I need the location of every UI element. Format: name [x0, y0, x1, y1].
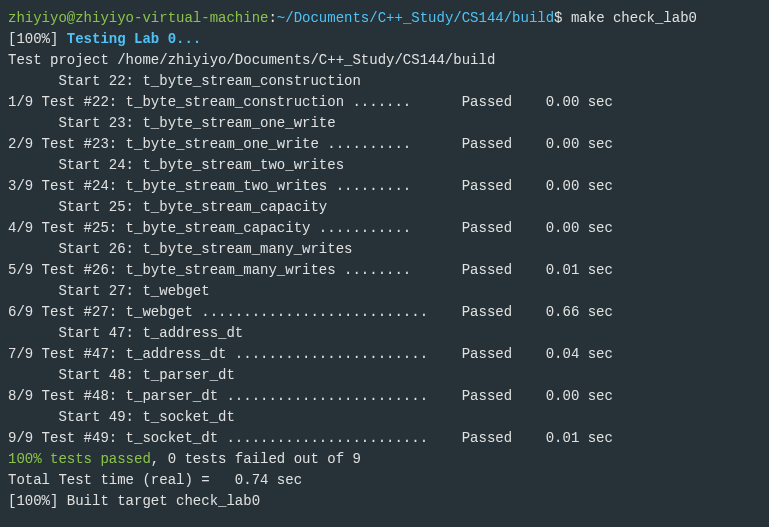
test-result-row-6: 7/9 Test #47: t_address_dt .............… — [8, 344, 761, 365]
built-target: Built target check_lab0 — [67, 493, 260, 509]
test-start-row-4: Start 26: t_byte_stream_many_writes — [8, 239, 761, 260]
test-start-7: Start 48: t_parser_dt — [8, 367, 235, 383]
test-result-row-0: 1/9 Test #22: t_byte_stream_construction… — [8, 92, 761, 113]
test-result-row-2: 3/9 Test #24: t_byte_stream_two_writes .… — [8, 176, 761, 197]
test-start-8: Start 49: t_socket_dt — [8, 409, 235, 425]
test-start-5: Start 27: t_webget — [8, 283, 210, 299]
test-result-6: 7/9 Test #47: t_address_dt .............… — [8, 346, 613, 362]
test-start-6: Start 47: t_address_dt — [8, 325, 243, 341]
project-line: Test project /home/zhiyiyo/Documents/C++… — [8, 52, 495, 68]
test-start-row-5: Start 27: t_webget — [8, 281, 761, 302]
command-input[interactable]: make check_lab0 — [571, 10, 697, 26]
prompt-path: ~/Documents/C++_Study/CS144/build — [277, 10, 554, 26]
test-result-1: 2/9 Test #23: t_byte_stream_one_write ..… — [8, 136, 613, 152]
test-start-row-0: Start 22: t_byte_stream_construction — [8, 71, 761, 92]
test-start-4: Start 26: t_byte_stream_many_writes — [8, 241, 352, 257]
test-result-row-3: 4/9 Test #25: t_byte_stream_capacity ...… — [8, 218, 761, 239]
test-start-2: Start 24: t_byte_stream_two_writes — [8, 157, 344, 173]
prompt-sep: : — [268, 10, 276, 26]
test-start-row-6: Start 47: t_address_dt — [8, 323, 761, 344]
summary-failed: , 0 tests failed out of 9 — [151, 451, 361, 467]
summary-passed: 100% tests passed — [8, 451, 151, 467]
testing-line: [100%] Testing Lab 0... — [8, 29, 761, 50]
test-start-row-1: Start 23: t_byte_stream_one_write — [8, 113, 761, 134]
test-start-row-8: Start 49: t_socket_dt — [8, 407, 761, 428]
test-result-0: 1/9 Test #22: t_byte_stream_construction… — [8, 94, 613, 110]
test-result-3: 4/9 Test #25: t_byte_stream_capacity ...… — [8, 220, 613, 236]
test-start-row-7: Start 48: t_parser_dt — [8, 365, 761, 386]
test-result-5: 6/9 Test #27: t_webget .................… — [8, 304, 613, 320]
test-result-7: 8/9 Test #48: t_parser_dt ..............… — [8, 388, 613, 404]
test-result-row-5: 6/9 Test #27: t_webget .................… — [8, 302, 761, 323]
test-result-4: 5/9 Test #26: t_byte_stream_many_writes … — [8, 262, 613, 278]
progress-open: [100%] — [8, 31, 67, 47]
test-start-0: Start 22: t_byte_stream_construction — [8, 73, 361, 89]
test-result-8: 9/9 Test #49: t_socket_dt ..............… — [8, 430, 613, 446]
test-result-2: 3/9 Test #24: t_byte_stream_two_writes .… — [8, 178, 613, 194]
test-start-1: Start 23: t_byte_stream_one_write — [8, 115, 336, 131]
summary-line: 100% tests passed, 0 tests failed out of… — [8, 449, 761, 470]
total-time-line: Total Test time (real) = 0.74 sec — [8, 470, 761, 491]
built-line: [100%] Built target check_lab0 — [8, 491, 761, 512]
testing-label: Testing Lab 0... — [67, 31, 201, 47]
prompt-line: zhiyiyo@zhiyiyo-virtual-machine:~/Docume… — [8, 8, 761, 29]
test-start-3: Start 25: t_byte_stream_capacity — [8, 199, 327, 215]
test-start-row-2: Start 24: t_byte_stream_two_writes — [8, 155, 761, 176]
test-start-row-3: Start 25: t_byte_stream_capacity — [8, 197, 761, 218]
test-result-row-4: 5/9 Test #26: t_byte_stream_many_writes … — [8, 260, 761, 281]
test-result-row-7: 8/9 Test #48: t_parser_dt ..............… — [8, 386, 761, 407]
test-result-row-8: 9/9 Test #49: t_socket_dt ..............… — [8, 428, 761, 449]
terminal-output: zhiyiyo@zhiyiyo-virtual-machine:~/Docume… — [8, 8, 761, 512]
prompt-sym: $ — [554, 10, 571, 26]
project-line-row: Test project /home/zhiyiyo/Documents/C++… — [8, 50, 761, 71]
total-time: Total Test time (real) = 0.74 sec — [8, 472, 302, 488]
test-result-row-1: 2/9 Test #23: t_byte_stream_one_write ..… — [8, 134, 761, 155]
prompt-user: zhiyiyo@zhiyiyo-virtual-machine — [8, 10, 268, 26]
built-progress: [100%] — [8, 493, 67, 509]
